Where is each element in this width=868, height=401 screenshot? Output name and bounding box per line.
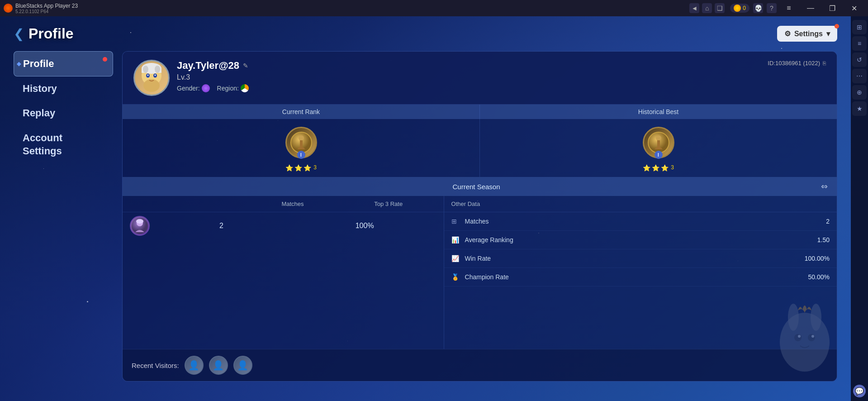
svg-point-9 — [155, 66, 160, 73]
edit-icon[interactable]: ✎ — [243, 62, 248, 69]
right-sidebar: ⊞ ≡ ↺ ⋯ ⊕ ★ 💬 — [851, 16, 868, 401]
gender-item: Gender: — [177, 84, 210, 92]
help-button[interactable]: ? — [767, 3, 777, 13]
back-button[interactable]: ❮ — [14, 26, 24, 41]
top3-col-header: Top 3 Rate — [341, 200, 436, 207]
star-count: 3 — [313, 164, 317, 172]
season-header: Current Season ⇔ — [123, 177, 837, 196]
close-button[interactable]: ✕ — [844, 0, 864, 16]
nav-item-account-settings[interactable]: AccountSettings — [14, 125, 113, 164]
historical-best-header: Historical Best — [480, 105, 837, 119]
chevron-down-icon: ▾ — [826, 29, 830, 38]
visitor-1-icon: 👤 — [188, 360, 199, 371]
historical-rank-cell: I ⭐ ⭐ ⭐ 3 — [480, 119, 837, 177]
current-rank-circle: I — [285, 127, 317, 158]
username: Jay.Tyler@28 — [177, 60, 239, 72]
region-item: Region: — [217, 84, 249, 92]
svg-point-11 — [299, 135, 304, 141]
char-col-header — [130, 200, 245, 207]
season-section: Current Season ⇔ Matches Top 3 Rate — [123, 177, 837, 349]
h-star-2: ⭐ — [652, 164, 659, 172]
visitors-section: Recent Visitors: 👤 👤 👤 — [123, 349, 837, 381]
settings-notification-dot — [835, 24, 839, 29]
historical-rank-stars: ⭐ ⭐ ⭐ 3 — [643, 164, 674, 172]
champion-rate-value: 50.00% — [808, 273, 830, 281]
user-header: Jay.Tyler@28 ✎ Lv.3 Gender: Region: — [123, 52, 837, 105]
character-avatar — [130, 216, 150, 236]
star-1: ⭐ — [285, 164, 293, 172]
nav-item-replay[interactable]: Replay — [14, 101, 113, 125]
svg-point-6 — [147, 75, 149, 76]
sidebar-icon-6[interactable]: ★ — [852, 101, 867, 116]
back-nav-button[interactable]: ◄ — [689, 3, 699, 13]
current-rank-cell: I ⭐ ⭐ ⭐ 3 — [123, 119, 480, 177]
stats-layout: Matches Top 3 Rate — [123, 196, 837, 349]
season-toggle-icon[interactable]: ⇔ — [821, 181, 828, 191]
matches-stat-label: Matches — [465, 218, 826, 225]
star-2: ⭐ — [294, 164, 302, 172]
minimize-button[interactable]: — — [800, 0, 821, 16]
sidebar-icon-3[interactable]: ↺ — [852, 53, 867, 67]
star-3: ⭐ — [304, 164, 311, 172]
coins-icon — [734, 5, 741, 12]
win-rate-value: 100.00% — [805, 255, 830, 262]
nav-item-history[interactable]: History — [14, 76, 113, 101]
sidebar-icon-1[interactable]: ⊞ — [852, 20, 867, 34]
gender-label: Gender: — [177, 85, 200, 92]
current-rank-stars: ⭐ ⭐ ⭐ 3 — [285, 164, 317, 172]
username-row: Jay.Tyler@28 ✎ — [177, 60, 760, 72]
visitor-1[interactable]: 👤 — [185, 356, 204, 375]
menu-button[interactable]: ≡ — [778, 0, 799, 16]
current-rank-header: Current Rank — [123, 105, 480, 119]
stat-row-avg-ranking: 📊 Average Ranking 1.50 — [444, 231, 837, 249]
app-name: BlueStacks App Player 23 5.22.0.1102 P64 — [15, 3, 689, 14]
nav-item-profile[interactable]: Profile — [14, 51, 113, 76]
nav-account-settings-label: AccountSettings — [23, 132, 62, 157]
sidebar-icon-4[interactable]: ⋯ — [852, 69, 867, 83]
char-top3-value: 100% — [293, 222, 436, 230]
avatar-svg — [136, 62, 167, 94]
other-data-section: Other Data ⊞ Matches 2 📊 Average Ranking… — [444, 196, 837, 349]
save-nav-button[interactable]: ❑ — [715, 3, 725, 13]
avg-ranking-value: 1.50 — [817, 236, 830, 243]
stat-row-win-rate: 📈 Win Rate 100.00% — [444, 249, 837, 268]
char-avatar-svg — [131, 217, 149, 235]
avg-ranking-label: Average Ranking — [465, 236, 817, 243]
svg-point-7 — [155, 75, 156, 76]
matches-table-header: Matches Top 3 Rate — [123, 196, 444, 212]
coins-display: 0 — [730, 4, 749, 13]
current-rank-number: I — [297, 151, 305, 159]
user-avatar — [133, 60, 170, 96]
visitor-2-icon: 👤 — [213, 360, 224, 371]
visitor-3-icon: 👤 — [237, 360, 248, 371]
svg-rect-15 — [657, 140, 660, 147]
win-rate-label: Win Rate — [465, 255, 805, 262]
skull-icon-button[interactable]: 💀 — [753, 3, 763, 13]
rank-section: Current Rank Historical Best — [123, 105, 837, 177]
page-title-area: ❮ Profile — [14, 25, 74, 42]
gender-icon — [202, 84, 210, 92]
app-logo — [4, 4, 13, 13]
active-dot — [103, 57, 107, 62]
nav-profile-label: Profile — [23, 58, 54, 69]
visitor-2[interactable]: 👤 — [209, 356, 228, 375]
avg-ranking-icon: 📊 — [451, 236, 461, 243]
titlebar-nav: ◄ ⌂ ❑ — [689, 3, 725, 13]
champion-rate-icon: 🏅 — [451, 273, 461, 281]
maximize-button[interactable]: ❐ — [822, 0, 843, 16]
page-header: ❮ Profile ⚙ Settings ▾ — [14, 25, 837, 42]
home-nav-button[interactable]: ⌂ — [702, 3, 712, 13]
svg-rect-12 — [300, 140, 303, 147]
historical-rank-badge: I — [640, 124, 677, 161]
sidebar-icon-2[interactable]: ≡ — [852, 36, 867, 51]
copy-icon[interactable]: ⎘ — [823, 60, 826, 67]
visitor-3[interactable]: 👤 — [233, 356, 252, 375]
profile-panel: Jay.Tyler@28 ✎ Lv.3 Gender: Region: — [122, 51, 837, 382]
settings-button[interactable]: ⚙ Settings ▾ — [777, 26, 837, 42]
chat-button[interactable]: 💬 — [853, 385, 866, 397]
rank-body-row: I ⭐ ⭐ ⭐ 3 — [123, 119, 837, 177]
rank-header-row: Current Rank Historical Best — [123, 105, 837, 119]
user-info: Jay.Tyler@28 ✎ Lv.3 Gender: Region: — [177, 60, 760, 92]
sidebar-icon-5[interactable]: ⊕ — [852, 85, 867, 100]
user-level: Lv.3 — [177, 73, 760, 81]
